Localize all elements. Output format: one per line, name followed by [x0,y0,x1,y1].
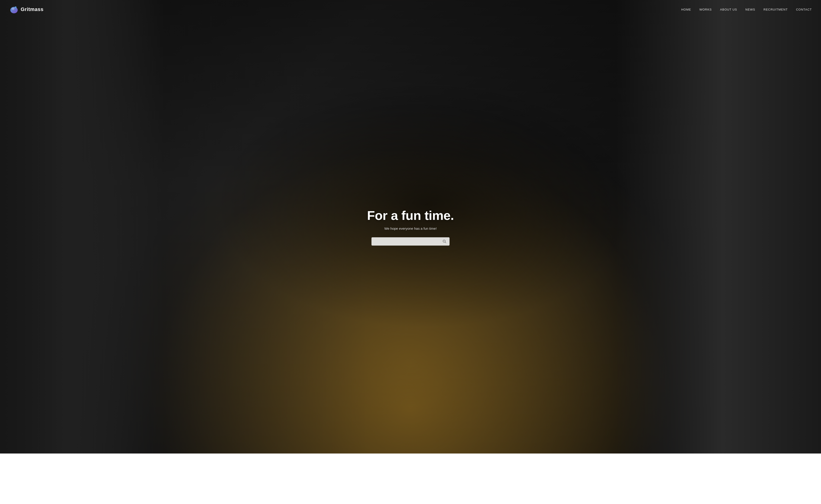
nav-link-contact[interactable]: CONTACT [796,8,812,11]
hero-section: Gritmass HOME WORKS ABOUT US NEWS RECRUI… [0,0,821,454]
search-bar [371,237,450,246]
logo-link[interactable]: Gritmass [9,5,43,14]
logo-text: Gritmass [21,6,43,12]
svg-point-2 [15,6,17,8]
nav-item-contact[interactable]: CONTACT [796,7,812,11]
nav-link-about[interactable]: ABOUT US [720,8,737,11]
below-hero-section [0,454,821,467]
search-button[interactable] [443,240,446,243]
nav-link-home[interactable]: HOME [681,8,691,11]
svg-point-1 [12,8,14,10]
nav-links: HOME WORKS ABOUT US NEWS RECRUITMENT CON… [681,7,812,11]
nav-link-works[interactable]: WORKS [699,8,712,11]
search-input[interactable] [375,240,443,243]
hero-title: For a fun time. [367,208,454,223]
nav-item-home[interactable]: HOME [681,7,691,11]
hero-subtitle: We hope everyone has a fun time! [367,227,454,230]
navbar: Gritmass HOME WORKS ABOUT US NEWS RECRUI… [0,0,821,19]
nav-link-news[interactable]: NEWS [745,8,755,11]
hero-content: For a fun time. We hope everyone has a f… [367,208,454,246]
nav-item-about[interactable]: ABOUT US [720,7,737,11]
svg-point-0 [10,7,18,13]
svg-line-4 [445,242,446,243]
nav-item-works[interactable]: WORKS [699,7,712,11]
logo-icon [9,5,19,14]
nav-item-recruitment[interactable]: RECRUITMENT [764,7,788,11]
search-icon [443,240,446,243]
nav-link-recruitment[interactable]: RECRUITMENT [764,8,788,11]
nav-item-news[interactable]: NEWS [745,7,755,11]
